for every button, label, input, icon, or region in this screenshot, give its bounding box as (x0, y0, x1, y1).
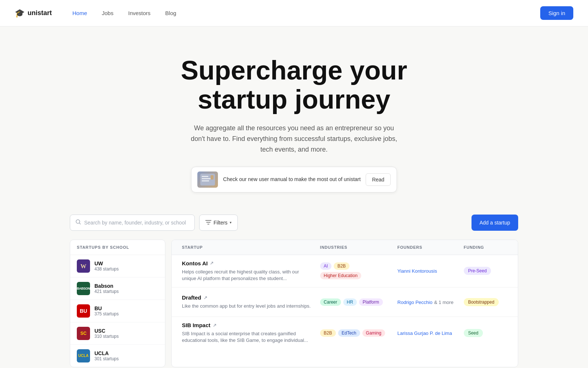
search-wrapper (70, 215, 195, 231)
founders-cell-sib: Larissa Gurjao P. de Lima (394, 325, 460, 342)
school-logo-babson: BABSON (77, 282, 90, 295)
industries-cell-drafted: Career HR Platform (317, 293, 394, 311)
school-info-babson: Babson 421 startups (94, 283, 119, 294)
school-logo-uw: W (77, 259, 90, 273)
svg-rect-4 (211, 175, 214, 180)
banner-thumbnail (197, 171, 218, 188)
school-info-usc: USC 310 startups (94, 328, 119, 339)
search-icon (75, 219, 81, 226)
funding-cell-kontos: Pre-Seed (461, 262, 510, 280)
col-industries: INDUSTRIES (317, 240, 394, 255)
startup-cell-sib: SIB Impact ↗ SIB Impact is a social ente… (179, 317, 317, 349)
logo-icon: 🎓 (15, 8, 25, 18)
school-logo-usc: SC (77, 327, 90, 340)
founder-link[interactable]: Larissa Gurjao P. de Lima (397, 330, 452, 336)
tag-edtech: EdTech (338, 329, 360, 337)
search-row: Filters ▾ Add a startup (55, 215, 533, 240)
school-logo-bu: BU (77, 304, 90, 318)
search-input[interactable] (84, 220, 189, 226)
startup-name-sib: SIB Impact ↗ (182, 322, 314, 328)
main-content: Startups by School W UW 438 startups BAB… (55, 240, 533, 368)
founder-link[interactable]: Yianni Kontorousis (397, 268, 437, 274)
table-row: Drafted ↗ Like the common app but for en… (172, 287, 518, 317)
sidebar-item-uw[interactable]: W UW 438 startups (70, 255, 165, 277)
school-info-bu: BU 375 startups (94, 305, 119, 316)
col-funding: FUNDING (461, 240, 510, 255)
startup-cell-drafted: Drafted ↗ Like the common app but for en… (179, 289, 317, 315)
filters-label: Filters (214, 220, 227, 226)
startup-cell-kontos: Kontos AI ↗ Helps colleges recruit the h… (179, 255, 317, 287)
svg-rect-2 (202, 178, 211, 179)
svg-rect-3 (202, 180, 209, 181)
signin-button[interactable]: Sign in (540, 6, 573, 20)
hero-section: Supercharge your startup journey We aggr… (129, 26, 459, 215)
startup-name-kontos: Kontos AI ↗ (182, 260, 314, 266)
funding-badge: Bootstrapped (464, 298, 499, 306)
tag-hr: HR (343, 298, 357, 306)
col-startup: STARTUP (179, 240, 317, 255)
funding-badge: Pre-Seed (464, 267, 491, 275)
industries-cell-kontos: AI B2B Higher Education (317, 257, 394, 284)
external-link-icon[interactable]: ↗ (210, 261, 214, 266)
hero-banner: Check our new user manual to make the mo… (191, 167, 397, 192)
nav-links: Home Jobs Investors Blog (67, 7, 540, 19)
filters-button[interactable]: Filters ▾ (199, 215, 238, 231)
table-row: SIB Impact ↗ SIB Impact is a social ente… (172, 317, 518, 349)
sidebar-item-ucla[interactable]: UCLA UCLA 301 startups (70, 345, 165, 367)
tag-higher-education: Higher Education (320, 272, 361, 279)
nav-investors[interactable]: Investors (122, 7, 157, 19)
school-logo-ucla: UCLA (77, 349, 90, 362)
startup-name-drafted: Drafted ↗ (182, 294, 314, 301)
founder-more: & 1 more (434, 300, 453, 305)
col-founders: FOUNDERS (394, 240, 460, 255)
brand-logo[interactable]: 🎓 unistart (15, 8, 52, 18)
chevron-down-icon: ▾ (230, 220, 232, 224)
hero-subtitle: We aggregate all the resources you need … (187, 123, 401, 155)
funding-badge: Seed (464, 329, 483, 337)
nav-home[interactable]: Home (67, 7, 93, 19)
founder-link[interactable]: Rodrigo Pecchio (397, 300, 432, 305)
banner-text: Check our new user manual to make the mo… (223, 176, 361, 183)
external-link-icon[interactable]: ↗ (204, 295, 207, 300)
table-header: STARTUP INDUSTRIES FOUNDERS FUNDING (172, 240, 518, 255)
funding-cell-sib: Seed (461, 324, 510, 342)
external-link-icon[interactable]: ↗ (213, 323, 216, 328)
sidebar-item-usc[interactable]: SC USC 310 startups (70, 322, 165, 345)
brand-name: unistart (28, 9, 52, 17)
svg-text:W: W (80, 263, 86, 269)
tag-gaming: Gaming (362, 329, 385, 337)
add-startup-button[interactable]: Add a startup (472, 215, 518, 231)
sidebar-header: Startups by School (70, 240, 165, 255)
sidebar: Startups by School W UW 438 startups BAB… (70, 240, 165, 367)
table-row: Kontos AI ↗ Helps colleges recruit the h… (172, 255, 518, 287)
filter-icon (205, 220, 211, 226)
startups-table: STARTUP INDUSTRIES FOUNDERS FUNDING Kont… (171, 240, 518, 367)
sidebar-item-bu[interactable]: BU BU 375 startups (70, 300, 165, 322)
nav-jobs[interactable]: Jobs (96, 7, 119, 19)
tag-platform: Platform (359, 298, 383, 306)
industries-cell-sib: B2B EdTech Gaming (317, 324, 394, 342)
tag-ai: AI (320, 262, 331, 270)
tag-career: Career (320, 298, 341, 306)
tag-b2b: B2B (334, 262, 349, 270)
banner-read-button[interactable]: Read (366, 173, 390, 186)
tag-b2b: B2B (320, 329, 336, 337)
svg-rect-1 (202, 176, 208, 177)
nav-blog[interactable]: Blog (159, 7, 182, 19)
founders-cell-kontos: Yianni Kontorousis (394, 262, 460, 279)
founders-cell-drafted: Rodrigo Pecchio & 1 more (394, 294, 460, 311)
sidebar-item-babson[interactable]: BABSON Babson 421 startups (70, 277, 165, 300)
hero-title: Supercharge your startup journey (143, 56, 445, 114)
funding-cell-drafted: Bootstrapped (461, 293, 510, 311)
school-info-uw: UW 438 startups (94, 261, 119, 272)
navbar: 🎓 unistart Home Jobs Investors Blog Sign… (0, 0, 588, 26)
school-info-ucla: UCLA 301 startups (94, 350, 119, 361)
